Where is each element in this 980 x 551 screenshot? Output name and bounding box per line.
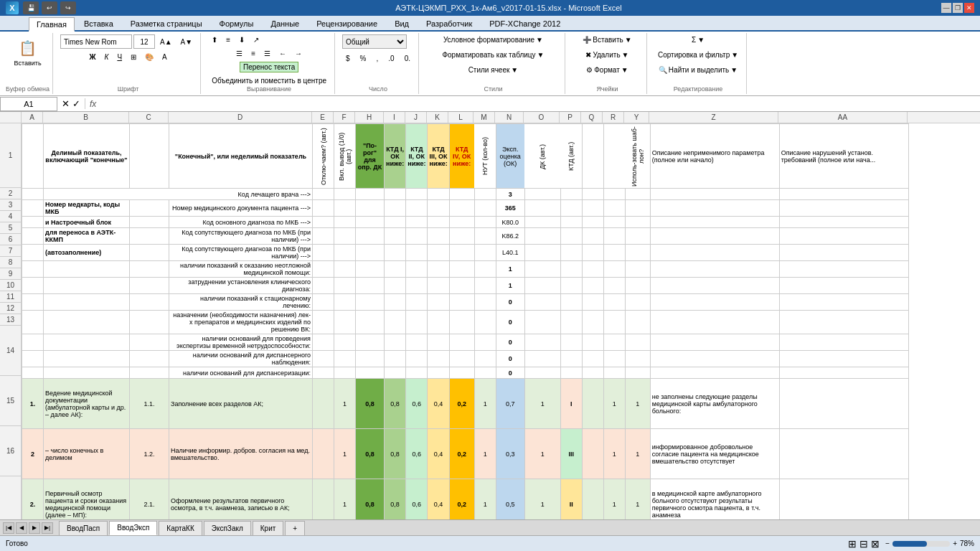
cell-k14[interactable]: 0,4 bbox=[428, 379, 449, 429]
cell-e1[interactable]: Отклю-чаем? (авт.) bbox=[313, 124, 334, 189]
cell-q10[interactable] bbox=[582, 311, 603, 334]
cell-j1[interactable]: КТД II, ОК ниже: bbox=[406, 124, 428, 189]
cell-e11[interactable] bbox=[313, 334, 334, 351]
cell-y11[interactable] bbox=[625, 334, 650, 351]
cell-f2[interactable] bbox=[334, 189, 356, 200]
cell-m15[interactable]: 1 bbox=[474, 429, 496, 479]
cell-d1[interactable]: "Конечный", или неделимый показатель bbox=[169, 124, 313, 189]
row-header-6[interactable]: 6 bbox=[0, 234, 21, 245]
cell-f13[interactable] bbox=[334, 367, 356, 379]
find-button[interactable]: 🔍 Найти и выделить▼ bbox=[655, 65, 741, 75]
cell-q8[interactable] bbox=[582, 278, 603, 294]
tab-krit[interactable]: Крит bbox=[253, 521, 284, 535]
cell-f3[interactable] bbox=[334, 200, 356, 217]
cell-k3[interactable] bbox=[428, 200, 449, 217]
cell-m2[interactable] bbox=[474, 189, 496, 200]
cell-f12[interactable] bbox=[334, 351, 356, 367]
cell-n5[interactable]: K86.2 bbox=[496, 228, 524, 245]
cell-p11[interactable] bbox=[560, 334, 582, 351]
cell-d11[interactable]: наличии оснований для проведения эксперт… bbox=[169, 334, 313, 351]
format-cells-button[interactable]: ⚙ Формат▼ bbox=[583, 65, 631, 75]
cell-i2[interactable] bbox=[385, 189, 406, 200]
cell-c8[interactable] bbox=[130, 278, 169, 294]
row-header-11[interactable]: 11 bbox=[0, 291, 21, 303]
cell-r14[interactable]: 1 bbox=[603, 379, 625, 429]
cell-d14[interactable]: Заполнение всех разделов АК; bbox=[169, 379, 313, 429]
cell-aa8[interactable] bbox=[779, 278, 908, 294]
cell-k15[interactable]: 0,4 bbox=[428, 429, 449, 479]
cond-format-button[interactable]: Условное форматирование▼ bbox=[440, 34, 547, 45]
font-color-button[interactable]: A bbox=[159, 52, 171, 62]
cell-p9[interactable] bbox=[560, 294, 582, 311]
cell-i4[interactable] bbox=[385, 217, 406, 228]
sheet-first-button[interactable]: |◀ bbox=[3, 522, 14, 534]
cell-m14[interactable]: 1 bbox=[474, 379, 496, 429]
cell-e15[interactable] bbox=[313, 429, 334, 479]
cell-aa11[interactable] bbox=[779, 334, 908, 351]
cell-aa2[interactable] bbox=[779, 189, 908, 200]
cell-a16[interactable]: 2. bbox=[22, 479, 44, 520]
formula-input[interactable] bbox=[100, 97, 980, 111]
cell-r15[interactable]: 1 bbox=[603, 429, 625, 479]
tab-home[interactable]: Главная bbox=[29, 17, 75, 32]
cell-j13[interactable] bbox=[406, 367, 428, 379]
cell-c11[interactable] bbox=[130, 334, 169, 351]
cell-d7[interactable]: наличии показаний к оказанию неотложной … bbox=[169, 261, 313, 278]
cell-i3[interactable] bbox=[385, 200, 406, 217]
cell-h7[interactable] bbox=[356, 261, 385, 278]
cell-h11[interactable] bbox=[356, 334, 385, 351]
cell-z9[interactable] bbox=[650, 294, 779, 311]
col-header-r[interactable]: R bbox=[603, 112, 624, 123]
col-header-o[interactable]: O bbox=[524, 112, 560, 123]
cell-z3[interactable] bbox=[650, 200, 779, 217]
cell-q6[interactable] bbox=[582, 245, 603, 261]
cell-z4[interactable] bbox=[650, 217, 779, 228]
cell-d15[interactable]: Наличие информир. добров. согласия на ме… bbox=[169, 429, 313, 479]
cell-l15[interactable]: 0,2 bbox=[449, 429, 474, 479]
quick-redo[interactable]: ↪ bbox=[60, 1, 76, 14]
cell-n1[interactable]: Эксп. оценка (ОК) bbox=[496, 124, 524, 189]
cell-j16[interactable]: 0,6 bbox=[406, 479, 428, 520]
cell-i8[interactable] bbox=[385, 278, 406, 294]
cell-n3[interactable]: 365 bbox=[496, 200, 524, 217]
cell-n10[interactable]: 0 bbox=[496, 311, 524, 334]
cell-f14[interactable]: 1 bbox=[334, 379, 356, 429]
formula-cancel-button[interactable]: ✕ bbox=[62, 98, 70, 109]
cell-aa9[interactable] bbox=[779, 294, 908, 311]
col-header-b[interactable]: B bbox=[43, 112, 129, 123]
cell-c6[interactable] bbox=[130, 245, 169, 261]
cell-f6[interactable] bbox=[334, 245, 356, 261]
cell-d9[interactable]: наличии показаний к стационарному лечени… bbox=[169, 294, 313, 311]
restore-button[interactable]: ❐ bbox=[953, 3, 963, 13]
cell-m9[interactable] bbox=[474, 294, 496, 311]
cell-l8[interactable] bbox=[449, 278, 474, 294]
cell-c4[interactable] bbox=[130, 217, 169, 228]
cell-y9[interactable] bbox=[625, 294, 650, 311]
cell-e3[interactable] bbox=[313, 200, 334, 217]
insert-cells-button[interactable]: ➕ Вставить▼ bbox=[579, 34, 635, 45]
cell-c14[interactable]: 1.1. bbox=[130, 379, 169, 429]
cell-y12[interactable] bbox=[625, 351, 650, 367]
align-middle-button[interactable]: ≡ bbox=[222, 34, 234, 45]
cell-e12[interactable] bbox=[313, 351, 334, 367]
align-right-button[interactable]: ☰ bbox=[260, 48, 274, 59]
percent-button[interactable]: % bbox=[357, 53, 370, 64]
cell-m13[interactable] bbox=[474, 367, 496, 379]
cell-aa12[interactable] bbox=[779, 351, 908, 367]
tab-insert[interactable]: Вставка bbox=[76, 16, 121, 30]
row-header-2[interactable]: 2 bbox=[0, 188, 21, 199]
minimize-button[interactable]: — bbox=[941, 3, 951, 13]
cell-p15[interactable]: III bbox=[560, 429, 582, 479]
cell-k12[interactable] bbox=[428, 351, 449, 367]
cell-e7[interactable] bbox=[313, 261, 334, 278]
cell-i13[interactable] bbox=[385, 367, 406, 379]
cell-b16[interactable]: Первичный осмотр пациента и сроки оказан… bbox=[44, 479, 130, 520]
cell-i6[interactable] bbox=[385, 245, 406, 261]
cell-f11[interactable] bbox=[334, 334, 356, 351]
cell-n2[interactable]: 3 bbox=[496, 189, 524, 200]
cell-p13[interactable] bbox=[560, 367, 582, 379]
col-header-h[interactable]: H bbox=[355, 112, 384, 123]
currency-button[interactable]: $ bbox=[342, 53, 354, 64]
cell-l7[interactable] bbox=[449, 261, 474, 278]
cell-bcd2[interactable]: Код лечащего врача ---> bbox=[44, 189, 313, 200]
